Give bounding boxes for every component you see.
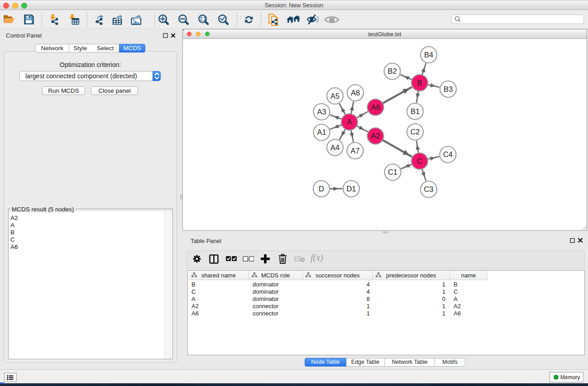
svg-text:B3: B3 — [444, 85, 453, 93]
svg-text:B2: B2 — [387, 67, 397, 75]
svg-text:C1: C1 — [388, 168, 397, 176]
svg-text:D: D — [319, 185, 324, 193]
svg-text:A6: A6 — [371, 103, 380, 111]
svg-text:A1: A1 — [317, 128, 326, 136]
svg-text:A4: A4 — [330, 143, 339, 152]
svg-text:D1: D1 — [346, 185, 356, 193]
svg-text:B1: B1 — [411, 107, 420, 115]
svg-text:A3: A3 — [317, 108, 326, 116]
svg-text:C3: C3 — [424, 185, 433, 193]
svg-text:C2: C2 — [410, 128, 420, 136]
svg-text:A: A — [347, 118, 352, 126]
svg-text:A7: A7 — [350, 147, 359, 155]
svg-text:A8: A8 — [351, 89, 360, 97]
svg-text:B4: B4 — [424, 51, 433, 59]
svg-text:A5: A5 — [330, 92, 339, 100]
svg-text:C4: C4 — [443, 150, 453, 158]
svg-text:A2: A2 — [371, 132, 380, 140]
svg-text:C: C — [417, 157, 422, 165]
svg-text:B: B — [417, 79, 422, 87]
